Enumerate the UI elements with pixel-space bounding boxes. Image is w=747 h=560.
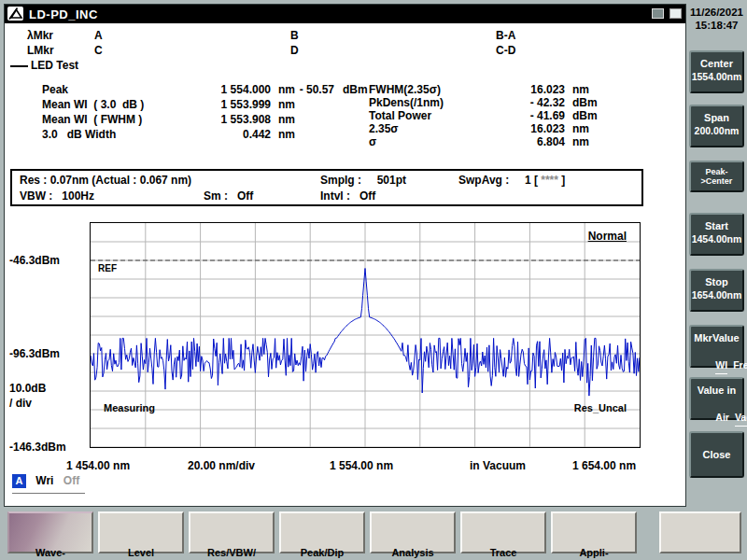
sigma-235-unit: nm [572,122,589,135]
window-minimize-icon[interactable] [652,8,664,19]
window-maximize-icon[interactable] [669,8,682,19]
ref-level-label: REF [98,263,117,273]
mean-fwhm-value: 1 553.908 [180,113,271,126]
trace-mode-label: Normal [588,230,627,243]
y-axis-label-bottom: -146.3dBm [9,441,66,454]
time-text: 15:18:47 [686,19,747,32]
value-in-softkey[interactable]: Value in AirVacuum [689,377,744,420]
analysis-mode-label: LED Test [31,59,78,72]
datetime-display: 11/26/2021 15:18:47 [686,6,747,32]
sigma-235-label: 2.35σ [369,122,399,135]
app-logo-icon [7,7,23,21]
mkrvalue-option-freq[interactable]: Freq [733,358,747,372]
menu-peak-dip-search-button[interactable]: Peak/Dip Search [279,511,365,553]
y-scale-per-div-label2: / div [9,397,32,410]
sigma-value: 6.804 [493,135,565,148]
sweep-average-setting: SwpAvg : 1 [ **** ] [458,174,565,187]
sampling-setting: Smplg : 501pt [320,174,406,187]
pkdens-unit: dBm [572,96,598,109]
measurement-row: 2.35σ 16.023 nm [369,122,649,135]
total-power-unit: dBm [572,109,598,122]
sigma-235-value: 16.023 [493,122,565,135]
measurement-row: Mean WI ( FWHM ) 1 553.908 nm [42,113,408,128]
res-uncal-status-label: Res_Uncal [574,402,627,413]
stop-softkey[interactable]: Stop 1654.00nm [689,269,744,312]
measurement-right-block: FWHM(2.35σ) 16.023 nm PkDens(/1nm) - 42.… [369,83,649,148]
window-controls [649,8,682,21]
sigma-label: σ [369,135,376,148]
total-power-label: Total Power [369,109,431,122]
menu-next-page-button[interactable]: → [659,511,741,553]
fwhm-sigma-unit: nm [572,83,589,96]
menu-res-vbw-avg-button[interactable]: Res/VBW/ Avg [189,511,275,553]
menu-wavelength-button[interactable]: Wave- length [7,511,93,553]
mean-3db-label: Mean WI ( 3.0 dB ) [42,98,144,111]
osa-screen: LD-PD_INC λMkr A B B-A LMkr C D C-D LED … [0,0,747,560]
y-axis-label-middle: -96.3dBm [9,347,60,360]
x-axis-stop-label: 1 654.00 nm [572,459,636,472]
measurement-row: 3.0 dB Width 0.442 nm [42,128,408,143]
sweep-average-stars: **** [541,174,558,187]
x-axis-medium-label: in Vacuum [470,459,526,472]
close-softkey[interactable]: Close [689,431,744,478]
mean-3db-unit: nm [278,98,295,111]
trace-letter-badge: A [12,474,26,488]
date-text: 11/26/2021 [686,6,747,19]
resolution-setting: Res : 0.07nm (Actual : 0.067 nm) [20,174,191,187]
vbw-setting: VBW : 100Hz [20,189,94,203]
softkey-panel: 11/26/2021 15:18:47 Center 1554.00nm Spa… [686,0,747,560]
trace-write-mode: Wri [35,474,53,487]
fwhm-sigma-value: 16.023 [493,83,565,96]
value-in-option-air[interactable]: Air [715,411,729,425]
sigma-unit: nm [572,135,589,148]
x-axis-per-div-label: 20.00 nm/div [188,459,255,472]
marker-c-label: C [94,44,103,57]
peak-to-center-softkey[interactable]: Peak->Center [689,161,744,192]
marker-a-label: A [94,29,103,42]
value-in-option-vacuum[interactable]: Vacuum [735,411,747,427]
span-softkey[interactable]: Span 200.00nm [689,105,744,147]
x-axis-center-label: 1 554.00 nm [330,459,393,472]
title-bar: LD-PD_INC [5,5,685,23]
interval-setting: Intvl : Off [320,189,375,203]
spectrum-plot: Normal REF Measuring Res_Uncal [90,222,641,448]
trace-state: Off [63,474,79,487]
measurement-row: Total Power - 41.69 dBm [369,109,649,122]
wavelength-marker-label: λMkr [27,29,53,42]
start-softkey[interactable]: Start 1454.00nm [689,213,744,256]
center-softkey[interactable]: Center 1554.00nm [689,50,744,93]
mean-fwhm-label: Mean WI ( FWHM ) [42,113,142,126]
smoothing-setting: Sm : Off [204,189,253,203]
peak-level-value: - 50.57 [280,83,334,96]
sweep-settings-box: Res : 0.07nm (Actual : 0.067 nm) Smplg :… [10,169,643,206]
measuring-status-label: Measuring [104,402,155,413]
main-display-area: LD-PD_INC λMkr A B B-A LMkr C D C-D LED … [4,4,686,507]
menu-analysis-button[interactable]: Analysis [370,511,456,553]
peak-label: Peak [42,83,68,96]
window-title: LD-PD_INC [29,7,98,21]
width-3db-unit: nm [278,128,295,141]
measurement-row: Mean WI ( 3.0 dB ) 1 553.999 nm [42,98,408,113]
marker-d-label: D [290,44,299,57]
mean-3db-value: 1 553.999 [180,98,271,111]
pkdens-value: - 42.32 [493,96,565,109]
spectrum-trace [91,223,640,447]
level-marker-label: LMkr [27,44,54,57]
y-scale-per-div-label: 10.0dB [9,382,46,395]
trace-indicator: A Wri Off [12,474,85,494]
measurement-row: Peak 1 554.000 nm - 50.57 dBm [42,83,408,98]
mkrvalue-option-wl[interactable]: WI [715,358,727,374]
measurement-left-block: Peak 1 554.000 nm - 50.57 dBm Mean WI ( … [42,83,408,143]
y-axis-label-top: -46.3dBm [9,254,60,267]
marker-c-d-label: C-D [496,44,515,57]
pkdens-label: PkDens(/1nm) [369,96,444,109]
marker-b-label: B [290,29,299,42]
menu-application-button[interactable]: Appli- cation [551,511,637,553]
marker-value-softkey[interactable]: MkrValue WIFreq [689,325,744,368]
peak-level-unit: dBm [343,83,368,96]
width-3db-label: 3.0 dB Width [42,128,116,141]
mean-fwhm-unit: nm [278,113,295,126]
width-3db-value: 0.442 [180,128,271,141]
menu-level-scale-button[interactable]: Level Scale [98,511,184,553]
menu-trace-button[interactable]: Trace [460,511,546,553]
